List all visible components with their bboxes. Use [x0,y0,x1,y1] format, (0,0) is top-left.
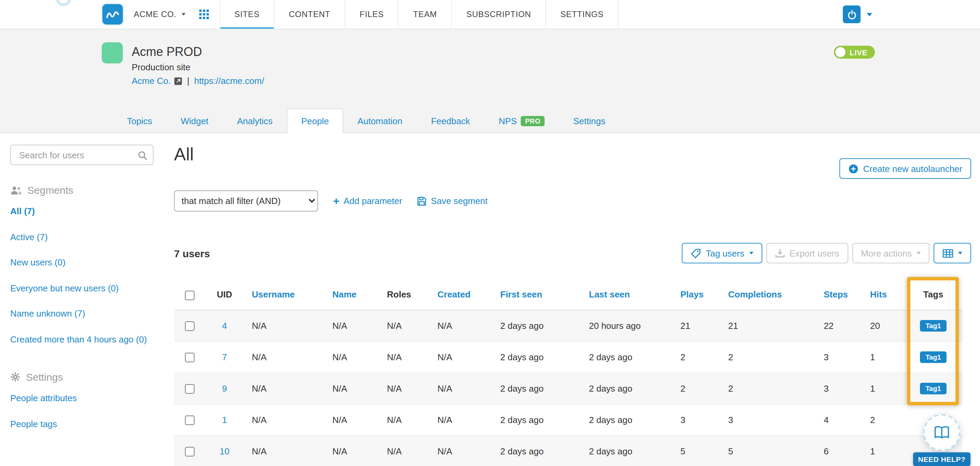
row-checkbox[interactable] [185,447,194,456]
sidebar: SegmentsAll (7)Active (7)New users (0)Ev… [10,145,154,437]
add-parameter-label: Add parameter [344,196,402,206]
select-all-checkbox[interactable] [185,290,194,300]
power-button[interactable] [843,5,861,23]
sidebar-section-settings: Settings [10,372,154,383]
tag-users-button[interactable]: Tag users [682,243,762,263]
uid-link[interactable]: 9 [222,383,227,393]
app-logo-icon[interactable] [102,4,123,25]
tab-settings[interactable]: Settings [559,108,620,132]
tab-nps[interactable]: NPSPRO [484,108,559,132]
tab-widget[interactable]: Widget [167,108,223,132]
cell-hits: 1 [862,341,904,372]
tab-analytics[interactable]: Analytics [223,108,287,132]
sidebar-item[interactable]: Active (7) [10,224,154,250]
cell-username: N/A [243,341,324,372]
column-header-tags: Tags [904,280,962,310]
cell-roles: N/A [379,404,429,435]
nav-item-team[interactable]: TEAM [398,0,452,29]
sidebar-item[interactable]: Created more than 4 hours ago (0) [10,326,154,352]
nav-menu: SITESCONTENTFILESTEAMSUBSCRIPTIONSETTING… [220,0,619,29]
sidebar-item[interactable]: All (7) [10,199,154,224]
column-header-last_seen[interactable]: Last seen [581,280,672,310]
export-users-button[interactable]: Export users [766,243,848,263]
cell-tags: Tag1 [904,372,962,404]
site-tabs: TopicsWidgetAnalyticsPeopleAutomationFee… [113,108,620,132]
add-parameter-link[interactable]: + Add parameter [333,196,402,207]
chevron-down-icon [749,252,753,254]
sidebar-item[interactable]: Everyone but new users (0) [10,275,154,301]
create-autolauncher-button[interactable]: Create new autolauncher [839,158,971,179]
nav-item-settings[interactable]: SETTINGS [545,0,618,29]
tab-automation[interactable]: Automation [343,108,417,132]
table-grid-icon [942,249,953,258]
plus-circle-icon [848,164,858,173]
nav-item-sites[interactable]: SITES [220,0,274,29]
table-row: 4N/AN/AN/AN/A2 days ago20 hours ago21212… [174,310,962,341]
gear-icon [10,372,21,382]
save-segment-link[interactable]: Save segment [417,196,488,206]
sidebar-item[interactable]: New users (0) [10,250,154,275]
cell-name: N/A [324,404,379,435]
site-url-link[interactable]: https://acme.com/ [194,76,264,86]
column-header-username[interactable]: Username [243,280,324,310]
apps-grid-icon[interactable] [199,10,208,19]
row-checkbox[interactable] [185,384,194,394]
decorative-arc [56,0,71,6]
search-input[interactable] [18,146,135,164]
site-title: Acme PROD [132,45,202,59]
account-name: ACME CO. [134,10,177,19]
tab-feedback[interactable]: Feedback [417,108,484,132]
action-buttons: Tag users Export users More actions [682,243,971,263]
sidebar-item[interactable]: Name unknown (7) [10,301,154,326]
nav-item-content[interactable]: CONTENT [274,0,345,29]
uid-link[interactable]: 7 [222,352,227,362]
column-header-hits[interactable]: Hits [862,280,904,310]
live-toggle[interactable]: LIVE [834,46,875,59]
tab-label: Analytics [237,116,273,126]
uid-link[interactable]: 10 [220,446,230,456]
row-checkbox[interactable] [185,321,194,331]
cell-name: N/A [324,341,379,372]
column-header-name[interactable]: Name [324,280,379,310]
help-circle[interactable] [923,414,960,451]
nav-item-subscription[interactable]: SUBSCRIPTION [452,0,546,29]
column-header-steps[interactable]: Steps [816,280,862,310]
filter-select[interactable]: that match all filter (AND) [174,190,318,212]
company-link[interactable]: Acme Co. [132,76,170,86]
tab-topics[interactable]: Topics [113,108,167,132]
cell-completions: 2 [720,341,816,372]
table-row: 1N/AN/AN/AN/A2 days ago2 days ago3342 [174,404,962,435]
row-checkbox[interactable] [185,415,194,425]
sidebar-item[interactable]: People attributes [10,386,154,412]
app-root: ACME CO. SITESCONTENTFILESTEAMSUBSCRIPTI… [0,0,980,466]
uid-link[interactable]: 4 [222,320,227,331]
cell-first_seen: 2 days ago [492,435,581,466]
tab-label: Automation [358,116,402,126]
uid-link[interactable]: 1 [222,415,227,425]
sidebar-item[interactable]: People tags [10,412,154,437]
sidebar-sections: SegmentsAll (7)Active (7)New users (0)Ev… [10,184,154,437]
column-header-completions[interactable]: Completions [720,280,816,310]
nav-item-files[interactable]: FILES [345,0,398,29]
nav-right [843,5,872,23]
more-actions-button[interactable]: More actions [852,243,929,263]
tab-label: People [301,116,329,126]
row-checkbox[interactable] [185,353,194,362]
cell-first_seen: 2 days ago [492,310,581,341]
sidebar-section-label: Settings [26,372,63,383]
power-caret-icon[interactable] [867,13,872,16]
cell-uid: 1 [205,404,243,435]
account-menu[interactable]: ACME CO. [134,10,185,19]
column-header-first_seen[interactable]: First seen [492,280,581,310]
tab-people[interactable]: People [287,108,343,132]
column-header-created[interactable]: Created [429,280,492,310]
help-widget[interactable]: NEED HELP? [913,414,970,466]
user-search-box [10,145,154,165]
tab-label: Settings [573,116,605,126]
cell-plays: 2 [672,341,720,372]
cell-first_seen: 2 days ago [492,341,581,372]
row-checkbox-cell [174,435,205,466]
column-header-plays[interactable]: Plays [672,280,720,310]
columns-button[interactable] [934,243,971,263]
row-checkbox-cell [174,372,205,404]
